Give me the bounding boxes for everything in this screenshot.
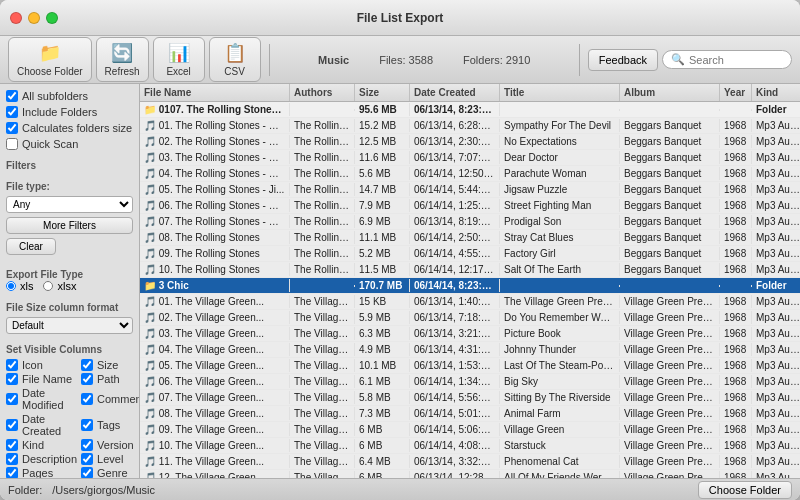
traffic-lights — [10, 12, 58, 24]
col-comments[interactable]: Comments — [81, 387, 140, 411]
csv-label: CSV — [224, 66, 245, 77]
search-icon: 🔍 — [671, 53, 685, 66]
excel-button[interactable]: 📊 Excel — [153, 37, 205, 82]
all-subfolders-label: All subfolders — [22, 90, 88, 102]
calculate-size-checkbox[interactable] — [6, 122, 18, 134]
header-album[interactable]: Album — [620, 84, 720, 101]
export-file-type-label: Export File Type — [6, 269, 133, 280]
header-date[interactable]: Date Created — [410, 84, 500, 101]
choose-folder-label: Choose Folder — [17, 66, 83, 77]
table-row[interactable]: 🎵 01. The Rolling Stones - Sy...The Roll… — [140, 118, 800, 134]
set-visible-columns-label: Set Visible Columns — [6, 344, 133, 355]
toolbar: 📁 Choose Folder 🔄 Refresh 📊 Excel 📋 CSV … — [0, 36, 800, 84]
col-kind[interactable]: Kind — [6, 439, 77, 451]
header-title[interactable]: Title — [500, 84, 620, 101]
include-folders-label: Include Folders — [22, 106, 97, 118]
refresh-button[interactable]: 🔄 Refresh — [96, 37, 149, 82]
include-folders-row[interactable]: Include Folders — [6, 106, 133, 118]
table-row[interactable]: 🎵 06. The Rolling Stones - St...The Roll… — [140, 198, 800, 214]
table-row[interactable]: 📁 3 Chic170.7 MB06/14/14, 8:23:54 AMFold… — [140, 278, 800, 294]
refresh-icon: 🔄 — [111, 42, 133, 64]
xls-row[interactable]: xls xlsx — [6, 280, 133, 292]
table-row[interactable]: 🎵 03. The Rolling Stones - De...The Roll… — [140, 150, 800, 166]
header-size[interactable]: Size — [355, 84, 410, 101]
all-subfolders-row[interactable]: All subfolders — [6, 90, 133, 102]
table-row[interactable]: 🎵 04. The Rolling Stones - Pa...The Roll… — [140, 166, 800, 182]
col-pages[interactable]: Pages — [6, 467, 77, 478]
table-row[interactable]: 🎵 08. The Rolling StonesThe Rolling...11… — [140, 230, 800, 246]
search-input[interactable] — [689, 54, 783, 66]
clear-button[interactable]: Clear — [6, 238, 56, 255]
table-row[interactable]: 🎵 07. The Village Green...The Village...… — [140, 390, 800, 406]
titlebar: File List Export — [0, 0, 800, 36]
close-button[interactable] — [10, 12, 22, 24]
window-title: File List Export — [357, 11, 444, 25]
col-genre[interactable]: Genre — [81, 467, 140, 478]
col-size[interactable]: Size — [81, 359, 140, 371]
main-window: File List Export 📁 Choose Folder 🔄 Refre… — [0, 0, 800, 500]
minimize-button[interactable] — [28, 12, 40, 24]
csv-button[interactable]: 📋 CSV — [209, 37, 261, 82]
choose-folder-icon: 📁 — [39, 42, 61, 64]
maximize-button[interactable] — [46, 12, 58, 24]
header-filename[interactable]: File Name — [140, 84, 290, 101]
col-description[interactable]: Description — [6, 453, 77, 465]
table-row[interactable]: 🎵 05. The Rolling Stones - Ji...The Roll… — [140, 182, 800, 198]
stats-folders: Folders: 2910 — [463, 54, 530, 66]
file-type-select[interactable]: Any — [6, 196, 133, 213]
table-row[interactable]: 🎵 10. The Village Green...The Village...… — [140, 438, 800, 454]
table-row[interactable]: 🎵 10. The Rolling StonesThe Rolling...11… — [140, 262, 800, 278]
col-level[interactable]: Level — [81, 453, 140, 465]
table-row[interactable]: 🎵 05. The Village Green...The Village...… — [140, 358, 800, 374]
table-body[interactable]: 📁 0107. The Rolling Stones - ...95.6 MB0… — [140, 102, 800, 478]
col-icon[interactable]: Icon — [6, 359, 77, 371]
all-subfolders-checkbox[interactable] — [6, 90, 18, 102]
column-checkboxes: Icon Size File Name Path Date Modified C… — [6, 359, 133, 478]
folder-label: Folder: — [8, 484, 42, 496]
header-authors[interactable]: Authors — [290, 84, 355, 101]
stats-files: Files: 3588 — [379, 54, 433, 66]
more-filters-button[interactable]: More Filters — [6, 217, 133, 234]
table-row[interactable]: 🎵 01. The Village Green...The Village...… — [140, 294, 800, 310]
table-row[interactable]: 📁 0107. The Rolling Stones - ...95.6 MB0… — [140, 102, 800, 118]
col-path[interactable]: Path — [81, 373, 140, 385]
header-year[interactable]: Year — [720, 84, 752, 101]
bottom-choose-folder-button[interactable]: Choose Folder — [698, 481, 792, 499]
choose-folder-button[interactable]: 📁 Choose Folder — [8, 37, 92, 82]
export-section: Export File Type xls xlsx — [6, 263, 133, 292]
table-row[interactable]: 🎵 02. The Rolling Stones - No...The Roll… — [140, 134, 800, 150]
calculate-size-row[interactable]: Calculates folders size — [6, 122, 133, 134]
table-row[interactable]: 🎵 12. The Village Green...The Village...… — [140, 470, 800, 478]
xlsx-label: xlsx — [57, 280, 76, 292]
col-date-created[interactable]: Date Created — [6, 413, 77, 437]
file-type-label: File type: — [6, 181, 133, 192]
stats-bar: Music Files: 3588 Folders: 2910 — [278, 54, 571, 66]
table-row[interactable]: 🎵 03. The Village Green...The Village...… — [140, 326, 800, 342]
col-filename[interactable]: File Name — [6, 373, 77, 385]
csv-icon: 📋 — [224, 42, 246, 64]
col-tags[interactable]: Tags — [81, 413, 140, 437]
table-row[interactable]: 🎵 08. The Village Green...The Village...… — [140, 406, 800, 422]
table-row[interactable]: 🎵 09. The Rolling StonesThe Rolling...5.… — [140, 246, 800, 262]
col-version[interactable]: Version — [81, 439, 140, 451]
col-date-modified[interactable]: Date Modified — [6, 387, 77, 411]
feedback-button[interactable]: Feedback — [588, 49, 658, 71]
header-kind[interactable]: Kind — [752, 84, 800, 101]
quick-scan-row[interactable]: Quick Scan — [6, 138, 133, 150]
include-folders-checkbox[interactable] — [6, 106, 18, 118]
refresh-label: Refresh — [105, 66, 140, 77]
table-row[interactable]: 🎵 09. The Village Green...The Village...… — [140, 422, 800, 438]
excel-label: Excel — [166, 66, 190, 77]
sidebar: All subfolders Include Folders Calculate… — [0, 84, 140, 478]
xls-radio[interactable] — [6, 281, 16, 291]
xlsx-radio[interactable] — [43, 281, 53, 291]
quick-scan-checkbox[interactable] — [6, 138, 18, 150]
table-row[interactable]: 🎵 07. The Rolling Stones - Pr...The Roll… — [140, 214, 800, 230]
excel-icon: 📊 — [168, 42, 190, 64]
table-row[interactable]: 🎵 11. The Village Green...The Village...… — [140, 454, 800, 470]
table-row[interactable]: 🎵 06. The Village Green...The Village...… — [140, 374, 800, 390]
main-content: All subfolders Include Folders Calculate… — [0, 84, 800, 478]
table-row[interactable]: 🎵 04. The Village Green...The Village...… — [140, 342, 800, 358]
format-select[interactable]: Default — [6, 317, 133, 334]
table-row[interactable]: 🎵 02. The Village Green...The Village...… — [140, 310, 800, 326]
